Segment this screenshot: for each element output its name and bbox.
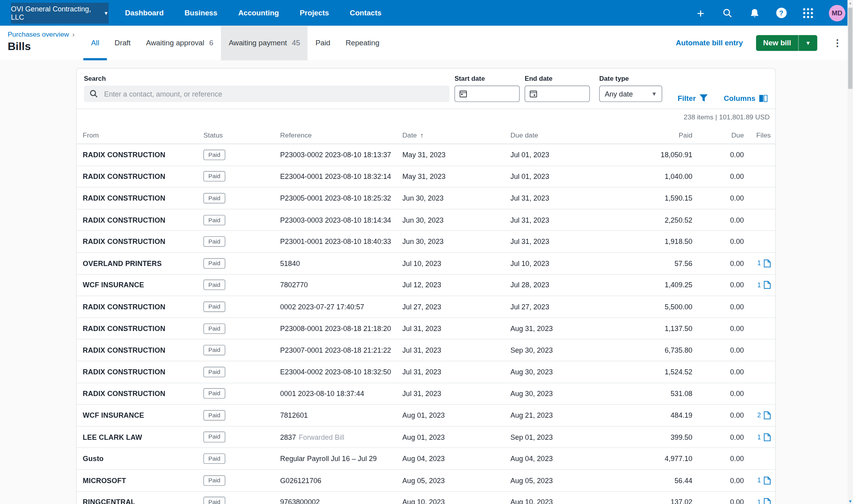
table-row[interactable]: RADIX CONSTRUCTIONPaidP23007-0001 2023-0…	[77, 340, 775, 361]
help-button[interactable]: ?	[775, 7, 787, 19]
table-row[interactable]: GustoPaidRegular Payroll Jul 16 – Jul 29…	[77, 448, 775, 470]
table-row[interactable]: RADIX CONSTRUCTIONPaidP23005-0001 2023-0…	[77, 188, 775, 209]
tab-awaiting-approval[interactable]: Awaiting approval6	[138, 26, 221, 60]
tab-paid[interactable]: Paid	[308, 26, 338, 60]
column-header-paid[interactable]: Paid	[620, 132, 693, 139]
reference-note: Forwarded Bill	[299, 433, 344, 441]
bill-due-amount: 0.00	[692, 346, 744, 354]
more-options-button[interactable]: ⋮	[831, 37, 844, 49]
items-summary: 238 items | 101,801.89 USD	[77, 109, 775, 126]
column-header-date[interactable]: Date ↑	[402, 132, 510, 139]
bill-due-date: Sep 30, 2023	[510, 346, 620, 354]
menu-item-dashboard[interactable]: Dashboard	[125, 9, 164, 17]
menu-item-business[interactable]: Business	[184, 9, 217, 17]
automate-bill-entry-link[interactable]: Automate bill entry	[676, 39, 743, 47]
new-bill-button[interactable]: New bill	[756, 35, 798, 51]
search-button[interactable]	[721, 7, 734, 19]
file-count: 1	[757, 282, 761, 288]
organisation-menu[interactable]: OVI General Contracting, LLC ▼	[11, 2, 109, 23]
column-header-due-date[interactable]: Due date	[510, 132, 620, 139]
table-row[interactable]: WCF INSURANCEPaid7802770Jul 12, 2023Jul …	[77, 274, 775, 296]
scrollbar-thumb[interactable]	[848, 7, 852, 89]
notifications-button[interactable]	[748, 7, 760, 19]
table-row[interactable]: RADIX CONSTRUCTIONPaid0002 2023-07-27 17…	[77, 296, 775, 318]
table-row[interactable]: RADIX CONSTRUCTIONPaidP23003-0003 2023-0…	[77, 209, 775, 231]
bill-reference: 9763800002	[280, 498, 402, 504]
scroll-up-icon[interactable]: ▲	[847, 1, 853, 5]
file-attachment[interactable]: 1	[757, 433, 771, 441]
file-attachment[interactable]: 1	[757, 498, 771, 504]
date-type-select[interactable]: Any date ▼	[599, 86, 662, 102]
start-date-input[interactable]	[455, 86, 520, 102]
vertical-scrollbar[interactable]: ▲ ▼	[847, 0, 853, 504]
scroll-down-icon[interactable]: ▼	[847, 499, 853, 504]
column-header-reference[interactable]: Reference	[280, 132, 402, 139]
bill-status-cell: Paid	[203, 497, 280, 504]
file-count: 1	[757, 499, 761, 504]
table-body: RADIX CONSTRUCTIONPaidP23003-0002 2023-0…	[77, 144, 775, 504]
file-attachment[interactable]: 1	[757, 259, 771, 268]
column-header-status[interactable]: Status	[203, 132, 280, 139]
status-badge: Paid	[203, 389, 225, 399]
column-header-files[interactable]: Files	[744, 132, 771, 139]
menu-item-contacts[interactable]: Contacts	[350, 9, 381, 17]
end-date-group: End date	[525, 74, 590, 108]
file-attachment[interactable]: 1	[757, 476, 771, 485]
bill-due-amount: 0.00	[692, 151, 744, 159]
table-row[interactable]: RADIX CONSTRUCTIONPaidE23004-0002 2023-0…	[77, 361, 775, 383]
columns-button[interactable]: Columns	[724, 94, 768, 102]
table-row[interactable]: OVERLAND PRINTERSPaid51840Jul 10, 2023Ju…	[77, 253, 775, 274]
bill-due-amount: 0.00	[692, 368, 744, 376]
table-row[interactable]: WCF INSURANCEPaid7812601Aug 01, 2023Aug …	[77, 405, 775, 426]
bill-paid-amount: 1,590.15	[620, 194, 693, 203]
table-row[interactable]: RADIX CONSTRUCTIONPaidP23001-0001 2023-0…	[77, 231, 775, 253]
end-date-input[interactable]	[525, 86, 590, 102]
column-header-from[interactable]: From	[83, 132, 203, 139]
tab-repeating[interactable]: Repeating	[338, 26, 387, 60]
tab-all[interactable]: All	[83, 26, 107, 60]
file-attachment[interactable]: 1	[757, 281, 771, 289]
chevron-down-icon: ▼	[104, 10, 108, 16]
status-badge: Paid	[203, 323, 225, 334]
tab-label: Repeating	[346, 39, 379, 47]
bill-date: Jul 31, 2023	[402, 324, 510, 333]
table-row[interactable]: RINGCENTRALPaid9763800002Aug 10, 2023Aug…	[77, 491, 775, 504]
date-type-value: Any date	[605, 89, 633, 98]
calendar-icon	[530, 90, 537, 97]
breadcrumb[interactable]: Purchases overview›	[7, 31, 74, 38]
column-header-due[interactable]: Due	[692, 132, 744, 139]
plus-icon: +	[697, 7, 704, 19]
menu-item-accounting[interactable]: Accounting	[238, 9, 279, 17]
search-input[interactable]	[103, 89, 444, 99]
bill-reference: 0001 2023-08-10 18:37:44	[280, 389, 402, 398]
status-badge: Paid	[203, 410, 225, 421]
tab-draft[interactable]: Draft	[107, 26, 138, 60]
tab-label: Awaiting approval	[146, 39, 204, 47]
new-bill-dropdown-button[interactable]: ▼	[798, 35, 818, 51]
bill-paid-amount: 1,040.00	[620, 172, 693, 180]
filter-button[interactable]: Filter	[678, 94, 708, 102]
end-date-label: End date	[525, 74, 590, 82]
table-row[interactable]: MICROSOFTPaidG026121706Aug 05, 2023Aug 0…	[77, 470, 775, 491]
bill-files-cell: 1	[744, 476, 771, 485]
filter-section: Search Start date End date	[77, 69, 775, 109]
table-row[interactable]: RADIX CONSTRUCTIONPaidP23008-0001 2023-0…	[77, 318, 775, 340]
bill-contact: RADIX CONSTRUCTION	[83, 238, 203, 246]
status-badge: Paid	[203, 193, 225, 204]
bill-date: Jul 12, 2023	[402, 281, 510, 289]
table-row[interactable]: RADIX CONSTRUCTIONPaidP23003-0002 2023-0…	[77, 144, 775, 166]
tab-label: Draft	[115, 39, 131, 47]
create-new-button[interactable]: +	[695, 7, 707, 19]
organisation-name: OVI General Contracting, LLC	[11, 5, 100, 21]
table-row[interactable]: RADIX CONSTRUCTIONPaidE23004-0001 2023-0…	[77, 166, 775, 188]
tab-label: Awaiting payment	[229, 39, 287, 47]
avatar[interactable]: MD	[829, 5, 846, 21]
table-row[interactable]: LEE CLARK LAWPaid2837Forwarded BillAug 0…	[77, 426, 775, 448]
apps-button[interactable]	[802, 7, 814, 19]
file-attachment[interactable]: 2	[757, 411, 771, 419]
menu-item-projects[interactable]: Projects	[300, 9, 329, 17]
status-badge: Paid	[203, 280, 225, 290]
bill-date: Jun 30, 2023	[402, 194, 510, 203]
tab-awaiting-payment[interactable]: Awaiting payment45	[221, 26, 308, 60]
table-row[interactable]: RADIX CONSTRUCTIONPaid0001 2023-08-10 18…	[77, 383, 775, 405]
